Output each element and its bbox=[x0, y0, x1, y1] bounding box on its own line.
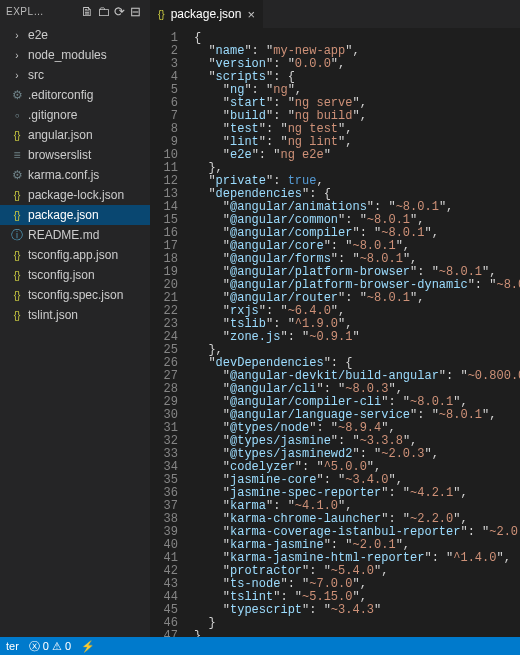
json-key: typescript bbox=[230, 603, 302, 617]
json-punct: " bbox=[194, 213, 230, 227]
json-bool: true bbox=[288, 174, 317, 188]
collapse-all-icon[interactable]: ⊟ bbox=[128, 4, 144, 19]
tree-item-e2e[interactable]: ›e2e bbox=[0, 25, 150, 45]
lightning-icon[interactable]: ⚡ bbox=[81, 640, 95, 653]
json-punct: ", bbox=[288, 83, 302, 97]
json-punct: " bbox=[194, 278, 230, 292]
json-string: ~2.0.1 bbox=[489, 525, 520, 539]
json-string: ng serve bbox=[295, 96, 353, 110]
tree-item-tsconfig-spec-json[interactable]: tsconfig.spec.json bbox=[0, 285, 150, 305]
status-problems[interactable]: ⓧ 0 ⚠ 0 bbox=[29, 639, 71, 654]
tree-item-angular-json[interactable]: angular.json bbox=[0, 125, 150, 145]
editor-tabs: package.json × bbox=[150, 0, 520, 28]
json-punct: " bbox=[194, 44, 216, 58]
json-icon bbox=[10, 310, 24, 321]
json-punct: ": " bbox=[410, 265, 439, 279]
tree-item-label: README.md bbox=[28, 228, 99, 242]
json-punct: ": " bbox=[259, 304, 288, 318]
tree-item-node-modules[interactable]: ›node_modules bbox=[0, 45, 150, 65]
tree-item-browserslist[interactable]: browserslist bbox=[0, 145, 150, 165]
json-key: name bbox=[216, 44, 245, 58]
json-punct: ": " bbox=[273, 590, 302, 604]
json-string: ~3.4.3 bbox=[331, 603, 374, 617]
tree-item-tslint-json[interactable]: tslint.json bbox=[0, 305, 150, 325]
list-icon bbox=[10, 148, 24, 162]
json-punct: ": " bbox=[259, 122, 288, 136]
json-punct: " bbox=[194, 564, 230, 578]
new-file-icon[interactable]: 🗎 bbox=[80, 4, 96, 19]
json-punct: ", bbox=[338, 122, 352, 136]
json-key: codelyzer bbox=[230, 460, 295, 474]
json-key: @types/jasmine bbox=[230, 434, 331, 448]
json-punct: ", bbox=[338, 499, 352, 513]
json-punct: ", bbox=[403, 434, 417, 448]
code-line[interactable]: } bbox=[194, 617, 520, 630]
json-punct: ": " bbox=[295, 460, 324, 474]
json-punct: ": " bbox=[302, 564, 331, 578]
json-string: ~7.0.0 bbox=[309, 577, 352, 591]
json-punct: ", bbox=[453, 512, 467, 526]
json-key: @angular/language-service bbox=[230, 408, 410, 422]
json-punct: " bbox=[194, 304, 230, 318]
refresh-icon[interactable]: ⟳ bbox=[112, 4, 128, 19]
new-folder-icon[interactable]: 🗀 bbox=[96, 4, 112, 19]
status-left[interactable]: ter bbox=[6, 640, 19, 652]
json-string: ng bbox=[273, 83, 287, 97]
json-icon bbox=[10, 270, 24, 281]
json-key: @angular/router bbox=[230, 291, 338, 305]
json-string: ng build bbox=[295, 109, 353, 123]
tree-item-src[interactable]: ›src bbox=[0, 65, 150, 85]
json-string: ~5.15.0 bbox=[302, 590, 352, 604]
tree-item-label: node_modules bbox=[28, 48, 107, 62]
code-editor[interactable]: 1234567891011121314151617181920212223242… bbox=[150, 28, 520, 637]
json-key: @angular/compiler-cli bbox=[230, 395, 381, 409]
code-line[interactable]: } bbox=[194, 630, 520, 637]
tree-item-label: package.json bbox=[28, 208, 99, 222]
tree-item-karma-conf-js[interactable]: karma.conf.js bbox=[0, 165, 150, 185]
tree-item--gitignore[interactable]: .gitignore bbox=[0, 105, 150, 125]
json-punct: " bbox=[194, 473, 230, 487]
tree-item-package-json[interactable]: package.json bbox=[0, 205, 150, 225]
json-punct: " bbox=[194, 577, 230, 591]
error-icon: ⓧ bbox=[29, 639, 40, 654]
json-key: lint bbox=[230, 135, 259, 149]
json-key: version bbox=[216, 57, 266, 71]
json-string: ~5.4.0 bbox=[331, 564, 374, 578]
json-punct: ", bbox=[453, 486, 467, 500]
json-punct: " bbox=[194, 135, 230, 149]
json-string: my-new-app bbox=[273, 44, 345, 58]
code-line[interactable]: "e2e": "ng e2e" bbox=[194, 149, 520, 162]
json-punct: " bbox=[194, 83, 230, 97]
tree-item-label: tsconfig.json bbox=[28, 268, 95, 282]
json-key: private bbox=[216, 174, 266, 188]
json-punct: ", bbox=[424, 226, 438, 240]
tree-item-label: browserslist bbox=[28, 148, 91, 162]
json-punct: ", bbox=[352, 577, 366, 591]
json-punct: ": " bbox=[280, 330, 309, 344]
tree-item-label: tsconfig.spec.json bbox=[28, 288, 123, 302]
json-key: zone.js bbox=[230, 330, 280, 344]
json-punct: ", bbox=[403, 252, 417, 266]
tree-item-readme-md[interactable]: README.md bbox=[0, 225, 150, 245]
json-punct: " bbox=[194, 356, 216, 370]
code-line[interactable]: "typescript": "~3.4.3" bbox=[194, 604, 520, 617]
json-punct: " bbox=[194, 538, 230, 552]
json-string: ~8.0.1 bbox=[439, 265, 482, 279]
tree-item--editorconfig[interactable]: .editorconfig bbox=[0, 85, 150, 105]
json-punct: ": " bbox=[244, 83, 273, 97]
code-line[interactable]: "zone.js": "~0.9.1" bbox=[194, 331, 520, 344]
json-punct: " bbox=[324, 148, 331, 162]
json-punct: ", bbox=[331, 57, 345, 71]
json-punct: " bbox=[194, 200, 230, 214]
tree-item-tsconfig-json[interactable]: tsconfig.json bbox=[0, 265, 150, 285]
tab-package-json[interactable]: package.json × bbox=[150, 0, 264, 28]
tree-item-label: angular.json bbox=[28, 128, 93, 142]
json-icon bbox=[10, 250, 24, 261]
code-content[interactable]: { "name": "my-new-app", "version": "0.0.… bbox=[188, 28, 520, 637]
json-punct: ": " bbox=[266, 57, 295, 71]
tree-item-package-lock-json[interactable]: package-lock.json bbox=[0, 185, 150, 205]
json-punct: ": " bbox=[280, 577, 309, 591]
json-punct: } bbox=[194, 616, 216, 630]
close-icon[interactable]: × bbox=[247, 7, 255, 22]
tree-item-tsconfig-app-json[interactable]: tsconfig.app.json bbox=[0, 245, 150, 265]
